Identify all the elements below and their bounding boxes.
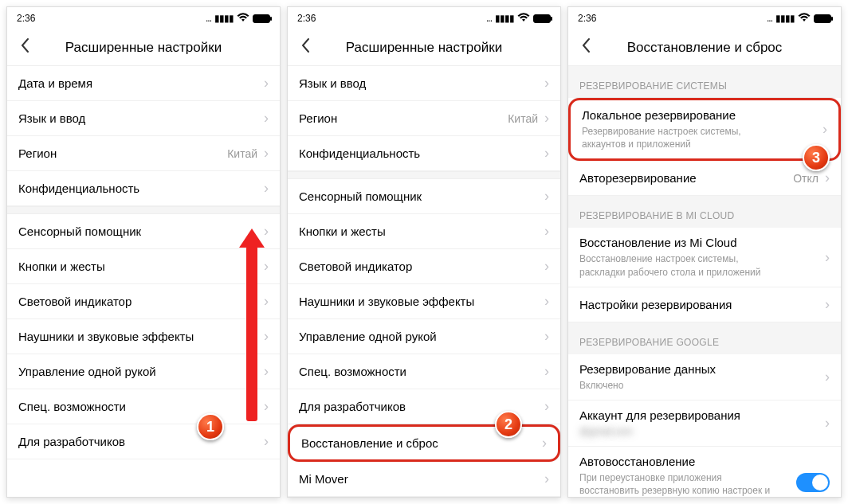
row-left: Конфиденциальность — [18, 182, 139, 195]
settings-row[interactable]: Для разработчиков› — [7, 424, 280, 459]
chevron-right-icon: › — [825, 369, 830, 385]
row-left: Авторезервирование — [579, 171, 697, 185]
settings-row[interactable]: Аккаунт для резервирования@gmail.com› — [568, 400, 841, 447]
settings-row[interactable]: Конфиденциальность› — [288, 136, 560, 171]
settings-row[interactable]: Кнопки и жесты› — [7, 249, 280, 284]
chevron-right-icon: › — [264, 398, 269, 415]
chevron-right-icon: › — [264, 258, 269, 275]
status-icons: ...▮▮▮▮ — [206, 13, 270, 25]
row-label: Спец. возможности — [18, 400, 126, 413]
list-divider — [7, 206, 280, 214]
chevron-right-icon: › — [264, 433, 269, 450]
settings-row[interactable]: Наушники и звуковые эффекты› — [288, 284, 560, 319]
settings-row[interactable]: Конфиденциальность› — [7, 171, 280, 206]
chevron-right-icon: › — [544, 293, 549, 310]
settings-row[interactable]: Сенсорный помощник› — [288, 179, 560, 214]
chevron-right-icon: › — [825, 249, 830, 266]
row-left: Mi Mover — [299, 472, 348, 486]
settings-row[interactable]: Световой индикатор› — [288, 249, 560, 284]
signal-dots-icon: ... — [486, 13, 492, 24]
settings-row[interactable]: РегионКитай› — [288, 101, 560, 136]
phone-screen-3: 2:36...▮▮▮▮Восстановление и сбросРЕЗЕРВИ… — [567, 6, 842, 498]
back-button[interactable] — [575, 34, 597, 61]
signal-bars-icon: ▮▮▮▮ — [775, 13, 795, 24]
settings-row[interactable]: АвторезервированиеОткл› — [568, 161, 841, 196]
chevron-right-icon: › — [544, 471, 549, 487]
signal-dots-icon: ... — [206, 13, 211, 24]
row-left: Спец. возможности — [299, 365, 406, 378]
settings-row[interactable]: Mi Mover› — [288, 462, 560, 497]
settings-row[interactable]: Управление одной рукой› — [7, 354, 280, 389]
settings-row[interactable]: РегионКитай› — [7, 136, 280, 171]
row-label: Конфиденциальность — [299, 147, 420, 160]
back-button[interactable] — [294, 34, 316, 61]
screen-header: Расширенные настройки — [288, 29, 560, 66]
row-left: Спец. возможности — [18, 400, 126, 413]
wifi-icon — [237, 13, 249, 25]
settings-row[interactable]: Спец. возможности› — [7, 389, 280, 424]
row-label: Сенсорный помощник — [18, 225, 141, 238]
chevron-right-icon: › — [264, 75, 269, 92]
row-left: Дата и время — [18, 76, 92, 90]
battery-icon — [814, 14, 831, 23]
signal-bars-icon: ▮▮▮▮ — [495, 13, 514, 24]
chevron-right-icon: › — [264, 293, 269, 310]
toggle-switch[interactable] — [796, 473, 830, 492]
settings-row[interactable]: Управление одной рукой› — [288, 319, 560, 354]
chevron-right-icon: › — [544, 258, 549, 275]
status-icons: ...▮▮▮▮ — [767, 13, 831, 25]
settings-row[interactable]: Кнопки и жесты› — [288, 214, 560, 249]
phone-screen-2: 2:36...▮▮▮▮Расширенные настройкиЯзык и в… — [287, 6, 561, 498]
row-right: › — [264, 180, 269, 197]
row-label: Восстановление и сброс — [301, 436, 438, 450]
settings-row[interactable]: Настройки резервирования› — [568, 287, 841, 322]
settings-row[interactable]: Локальное резервированиеРезервирование н… — [568, 98, 841, 161]
settings-row[interactable]: Наушники и звуковые эффекты› — [7, 319, 280, 354]
row-left: Локальное резервированиеРезервирование н… — [582, 108, 781, 150]
row-label: Восстановление из Mi Cloud — [579, 236, 779, 249]
row-right: › — [822, 121, 827, 138]
chevron-right-icon: › — [264, 363, 269, 380]
settings-row[interactable]: Восстановление из Mi CloudВосстановление… — [568, 228, 841, 287]
chevron-right-icon: › — [264, 328, 269, 345]
chevron-right-icon: › — [544, 223, 549, 240]
row-subtitle: При переустановке приложения восстановит… — [579, 471, 779, 497]
chevron-right-icon: › — [264, 110, 269, 127]
chevron-right-icon: › — [544, 398, 549, 415]
row-left: Резервирование данныхВключено — [579, 362, 716, 392]
row-value: Китай — [227, 147, 257, 160]
settings-row[interactable]: Световой индикатор› — [7, 284, 280, 319]
chevron-right-icon: › — [544, 75, 549, 92]
row-value: Китай — [508, 112, 538, 125]
row-left: Язык и ввод — [299, 76, 366, 90]
settings-row[interactable]: Спец. возможности› — [288, 354, 560, 389]
row-left: Сенсорный помощник — [299, 189, 422, 203]
row-right: › — [544, 471, 549, 487]
row-label: Световой индикатор — [299, 260, 412, 273]
row-left: Для разработчиков — [299, 400, 406, 413]
row-subtitle: Включено — [579, 379, 716, 392]
section-header: РЕЗЕРВИРОВАНИЕ GOOGLE — [568, 322, 841, 354]
settings-row[interactable]: Дата и время› — [7, 66, 280, 101]
row-subtitle: Резервирование настроек системы, аккаунт… — [582, 125, 781, 150]
settings-row[interactable]: Язык и ввод› — [288, 66, 560, 101]
scroll-up-arrow — [246, 246, 257, 421]
row-label: Резервирование данных — [579, 362, 716, 376]
chevron-right-icon: › — [825, 296, 830, 313]
row-right: › — [542, 435, 547, 451]
step-badge-3: 3 — [803, 144, 830, 171]
row-right: › — [544, 188, 549, 205]
row-right: › — [264, 258, 269, 275]
row-left: Для разработчиков — [18, 435, 125, 448]
settings-row[interactable]: АвтовосстановлениеПри переустановке прил… — [568, 447, 841, 497]
row-right: › — [544, 328, 549, 345]
page-title: Восстановление и сброс — [627, 40, 783, 56]
settings-row[interactable]: Язык и ввод› — [7, 101, 280, 136]
row-value: Откл — [793, 172, 819, 185]
battery-icon — [533, 14, 551, 23]
row-right: › — [544, 75, 549, 92]
back-button[interactable] — [14, 34, 36, 61]
row-label: Дата и время — [18, 76, 92, 90]
row-right: › — [264, 110, 269, 127]
settings-row[interactable]: Резервирование данныхВключено› — [568, 354, 841, 400]
